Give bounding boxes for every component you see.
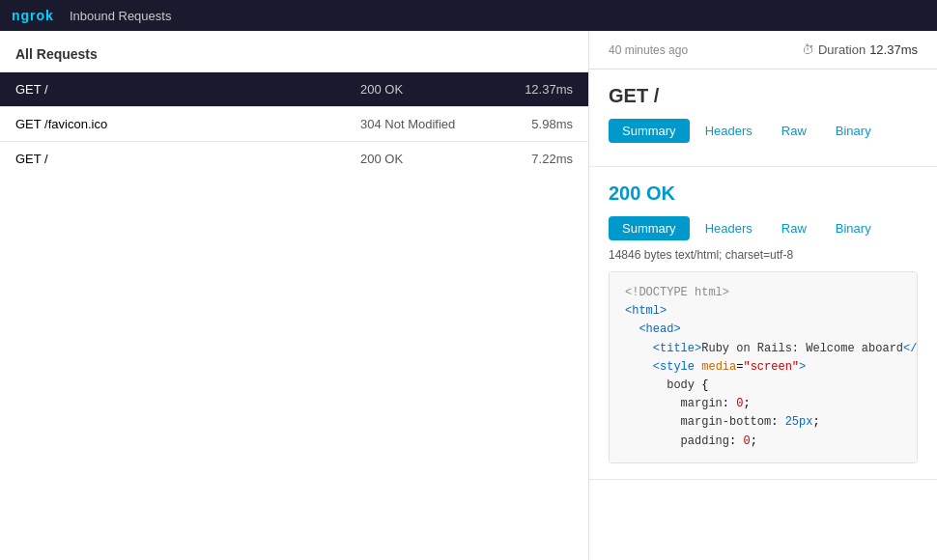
- request-tab-bar: Summary Headers Raw Binary: [609, 119, 918, 143]
- code-line: margin-bottom: 25px;: [625, 413, 901, 432]
- request-status: 200 OK: [360, 82, 496, 97]
- request-row[interactable]: GET / 200 OK 7.22ms: [0, 141, 588, 176]
- request-method-path: GET /favicon.ico: [15, 117, 360, 131]
- duration-value: 12.37ms: [869, 42, 918, 57]
- duration-label-text: Duration: [818, 42, 866, 57]
- right-header: 40 minutes ago ⏱ Duration 12.37ms: [589, 31, 937, 70]
- request-title: GET /: [609, 85, 918, 107]
- request-duration: 7.22ms: [496, 152, 573, 166]
- tab-request-raw[interactable]: Raw: [768, 119, 820, 143]
- response-tab-bar: Summary Headers Raw Binary: [609, 216, 918, 240]
- response-detail-section: 200 OK Summary Headers Raw Binary 14846 …: [589, 167, 937, 480]
- nav-inbound-requests[interactable]: Inbound Requests: [70, 9, 172, 23]
- request-duration: 5.98ms: [496, 117, 573, 131]
- tab-response-raw[interactable]: Raw: [768, 216, 820, 240]
- left-panel: All Requests GET / 200 OK 12.37ms GET /f…: [0, 31, 589, 560]
- tab-request-binary[interactable]: Binary: [822, 119, 885, 143]
- request-row[interactable]: GET /favicon.ico 304 Not Modified 5.98ms: [0, 106, 588, 141]
- tab-request-headers[interactable]: Headers: [692, 119, 766, 143]
- tab-request-summary[interactable]: Summary: [609, 119, 690, 143]
- request-detail-section: GET / Summary Headers Raw Binary: [589, 70, 937, 167]
- request-status: 304 Not Modified: [360, 117, 496, 131]
- tab-response-headers[interactable]: Headers: [692, 216, 766, 240]
- code-line: body {: [625, 377, 901, 395]
- all-requests-title: All Requests: [0, 46, 588, 71]
- request-timestamp: 40 minutes ago: [609, 43, 688, 57]
- code-line: <style media="screen">: [625, 358, 901, 377]
- main-layout: All Requests GET / 200 OK 12.37ms GET /f…: [0, 31, 937, 560]
- tab-response-binary[interactable]: Binary: [822, 216, 885, 240]
- request-row[interactable]: GET / 200 OK 12.37ms: [0, 71, 588, 106]
- request-duration: 12.37ms: [496, 82, 573, 97]
- request-method-path: GET /: [15, 82, 360, 97]
- duration-info: ⏱ Duration 12.37ms: [802, 42, 918, 57]
- request-method-path: GET /: [15, 152, 360, 166]
- code-line: margin: 0;: [625, 395, 901, 413]
- response-status-title: 200 OK: [609, 182, 918, 205]
- request-status: 200 OK: [360, 152, 496, 166]
- clock-icon: ⏱: [802, 42, 814, 57]
- topnav: ngrok Inbound Requests: [0, 0, 937, 31]
- code-block: <!DOCTYPE html> <html> <head> <title>Rub…: [609, 271, 918, 463]
- code-line: <html>: [625, 302, 901, 321]
- tab-response-summary[interactable]: Summary: [609, 216, 690, 240]
- code-line: padding: 0;: [625, 433, 901, 451]
- code-line: <head>: [625, 321, 901, 339]
- body-meta: 14846 bytes text/html; charset=utf-8: [609, 248, 918, 262]
- code-line: <!DOCTYPE html>: [625, 284, 901, 302]
- brand-logo: ngrok: [12, 8, 54, 23]
- code-line: <title>Ruby on Rails: Welcome aboard</t.…: [625, 340, 901, 358]
- right-panel: 40 minutes ago ⏱ Duration 12.37ms GET / …: [589, 31, 937, 560]
